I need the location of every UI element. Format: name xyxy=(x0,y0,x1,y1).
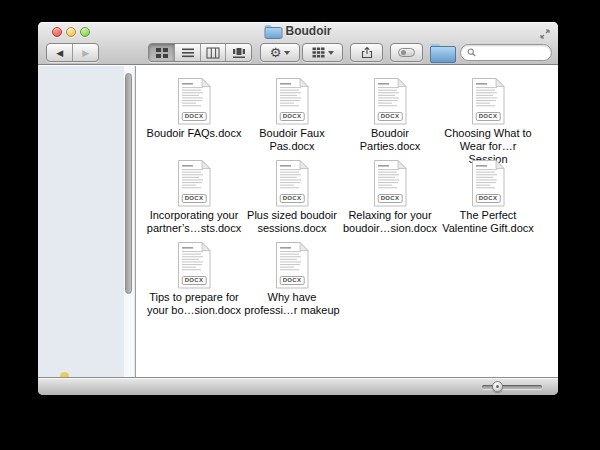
search-input[interactable] xyxy=(479,46,545,59)
magnifier-icon xyxy=(467,47,476,58)
docx-badge-label: DOCX xyxy=(378,112,403,121)
chevron-down-icon xyxy=(284,51,290,55)
file-label: Plus sized boudoir sessions.docx xyxy=(247,209,337,235)
file-browser-content: DOCX Boudoir FAQs.docx DOCX Boudoir Faux… xyxy=(136,66,558,377)
file-label: Relaxing for your boudoir…sion.docx xyxy=(343,209,437,235)
file-item[interactable]: DOCX Incorporating your partner’s…sts.do… xyxy=(145,160,243,242)
back-button[interactable]: ◀ xyxy=(47,44,72,61)
docx-badge-label: DOCX xyxy=(280,276,305,285)
minimize-button[interactable] xyxy=(66,27,76,37)
docx-badge-label: DOCX xyxy=(280,194,305,203)
docx-file-icon: DOCX xyxy=(469,160,507,207)
file-label: Tips to prepare for your bo…sion.docx xyxy=(147,291,241,317)
zoom-button[interactable] xyxy=(80,27,90,37)
file-item[interactable]: DOCX Plus sized boudoir sessions.docx xyxy=(243,160,341,242)
action-menu-button[interactable]: ⚙ xyxy=(260,43,300,62)
icon-view-button[interactable] xyxy=(149,44,174,61)
list-view-icon xyxy=(181,47,195,59)
folder-icon xyxy=(265,25,281,37)
column-view-icon xyxy=(206,47,220,59)
sidebar xyxy=(38,66,136,377)
docx-badge-label: DOCX xyxy=(476,112,501,121)
sidebar-scrollbar-thumb[interactable] xyxy=(125,73,132,294)
arrange-menu-button[interactable] xyxy=(302,43,343,62)
fullscreen-icon[interactable] xyxy=(539,26,551,38)
navigation-buttons: ◀ ▶ xyxy=(46,43,99,62)
file-grid: DOCX Boudoir FAQs.docx DOCX Boudoir Faux… xyxy=(145,78,537,324)
docx-badge-label: DOCX xyxy=(476,194,501,203)
arrange-grid-icon xyxy=(312,47,325,58)
share-button[interactable] xyxy=(350,43,383,62)
docx-file-icon: DOCX xyxy=(175,160,213,207)
file-item[interactable]: DOCX Tips to prepare for your bo…sion.do… xyxy=(145,242,243,324)
blue-folder-icon[interactable] xyxy=(430,44,454,61)
file-item[interactable]: DOCX Boudoir FAQs.docx xyxy=(145,78,243,160)
cover-flow-icon xyxy=(232,47,246,59)
gear-icon: ⚙ xyxy=(270,46,282,59)
docx-file-icon: DOCX xyxy=(175,78,213,125)
docx-badge-label: DOCX xyxy=(182,276,207,285)
finder-window: Boudoir ◀ ▶ xyxy=(38,22,558,395)
view-switcher xyxy=(148,43,252,62)
search-field[interactable] xyxy=(460,44,552,61)
list-view-button[interactable] xyxy=(174,44,200,61)
window-chrome: Boudoir ◀ ▶ xyxy=(38,22,558,65)
docx-badge-label: DOCX xyxy=(378,194,403,203)
docx-file-icon: DOCX xyxy=(273,242,311,289)
toolbar: ◀ ▶ xyxy=(38,42,558,65)
docx-file-icon: DOCX xyxy=(273,160,311,207)
file-label: Why have professi…r makeup xyxy=(244,291,339,317)
window-title: Boudoir xyxy=(286,24,332,38)
pill-toggle-button[interactable] xyxy=(390,43,423,62)
titlebar[interactable]: Boudoir xyxy=(38,22,558,42)
docx-file-icon: DOCX xyxy=(175,242,213,289)
pill-toggle-icon xyxy=(398,48,415,57)
close-button[interactable] xyxy=(52,27,62,37)
window-body: DOCX Boudoir FAQs.docx DOCX Boudoir Faux… xyxy=(38,66,558,377)
file-item[interactable]: DOCX Boudoir Faux Pas.docx xyxy=(243,78,341,160)
file-item[interactable]: DOCX Relaxing for your boudoir…sion.docx xyxy=(341,160,439,242)
file-label: Boudoir Parties.docx xyxy=(360,127,421,153)
file-item[interactable]: DOCX Why have professi…r makeup xyxy=(243,242,341,324)
file-label: Boudoir Faux Pas.docx xyxy=(259,127,324,153)
share-icon xyxy=(360,46,374,59)
docx-badge-label: DOCX xyxy=(182,112,207,121)
file-label: Boudoir FAQs.docx xyxy=(147,127,242,140)
icon-size-slider-knob[interactable] xyxy=(492,381,503,392)
file-item[interactable]: DOCX Boudoir Parties.docx xyxy=(341,78,439,160)
column-view-button[interactable] xyxy=(200,44,226,61)
docx-file-icon: DOCX xyxy=(469,78,507,125)
cover-flow-view-button[interactable] xyxy=(225,44,251,61)
file-label: Incorporating your partner’s…sts.docx xyxy=(147,209,241,235)
file-item[interactable]: DOCX The Perfect Valentine Gift.docx xyxy=(439,160,537,242)
icon-view-icon xyxy=(155,47,169,59)
docx-badge-label: DOCX xyxy=(280,112,305,121)
sidebar-scrollbar xyxy=(124,66,134,377)
docx-file-icon: DOCX xyxy=(273,78,311,125)
docx-badge-label: DOCX xyxy=(182,194,207,203)
forward-button[interactable]: ▶ xyxy=(72,44,98,61)
window-title-group: Boudoir xyxy=(265,24,332,38)
file-label: The Perfect Valentine Gift.docx xyxy=(442,209,534,235)
file-item[interactable]: DOCX Choosing What to Wear for…r Session xyxy=(439,78,537,160)
chevron-down-icon xyxy=(328,51,334,55)
desktop-background: Boudoir ◀ ▶ xyxy=(0,0,600,450)
status-bar xyxy=(38,377,558,395)
icon-size-slider[interactable] xyxy=(482,385,542,389)
docx-file-icon: DOCX xyxy=(371,160,409,207)
docx-file-icon: DOCX xyxy=(371,78,409,125)
